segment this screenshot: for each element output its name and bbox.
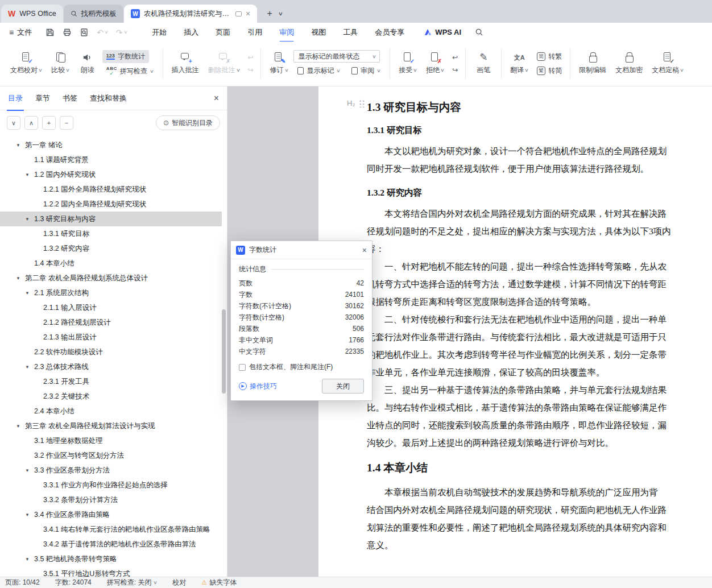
menu-tab[interactable]: 引用: [247, 27, 262, 38]
wps-ai-button[interactable]: WPS AI: [424, 28, 461, 36]
restrict-edit-button[interactable]: 限制编辑: [576, 49, 610, 78]
close-button[interactable]: 关闭: [322, 379, 364, 394]
accept-revision-button[interactable]: ✓ 接受∨: [395, 49, 420, 78]
toc-item[interactable]: ▼ 1.1 课题研究背景: [0, 152, 222, 167]
toc-item[interactable]: ▼ 3.4.2 基于遗传算法的耙地机作业区条带路由算法: [0, 537, 222, 552]
tab-chapters[interactable]: 章节: [35, 93, 50, 103]
menu-tab[interactable]: 审阅: [279, 27, 294, 38]
toc-item[interactable]: ▼ 3.3.2 条带划分计算方法: [0, 492, 222, 507]
dialog-titlebar[interactable]: W 字数统计 ×: [231, 241, 372, 259]
triangle-down-icon[interactable]: ▼: [25, 217, 34, 222]
triangle-down-icon[interactable]: ▼: [25, 557, 34, 562]
spell-check-button[interactable]: ABC✓ 拼写检查 ∨: [102, 65, 158, 78]
prev-comment-button[interactable]: ↩: [247, 53, 253, 61]
print-preview-icon[interactable]: [80, 28, 89, 37]
collapse-all-button[interactable]: −: [60, 116, 73, 130]
status-page-indicator[interactable]: 页面: 10/42: [5, 578, 40, 587]
status-missing-font[interactable]: ⚠ 缺失字体: [201, 578, 237, 587]
triangle-down-icon[interactable]: ▼: [25, 172, 34, 177]
toc-item[interactable]: ▼ 2.1.1 输入层设计: [0, 300, 222, 315]
toc-item[interactable]: ▼ 3.2 作业区与转弯区划分方法: [0, 448, 222, 463]
insert-comment-button[interactable]: + 插入批注: [168, 49, 202, 78]
expand-all-button[interactable]: +: [42, 116, 56, 130]
status-word-count[interactable]: 字数: 24074: [55, 578, 92, 587]
triangle-down-icon[interactable]: ▼: [16, 276, 25, 281]
compare-button[interactable]: 比较∨: [48, 49, 73, 78]
to-simplified-button[interactable]: 繁 转简: [534, 65, 565, 76]
file-menu[interactable]: ≡ 文件: [9, 27, 32, 38]
toc-item[interactable]: ▼ 1.4 本章小结: [0, 256, 222, 271]
toc-item[interactable]: ▼ 2.1.3 输出层设计: [0, 330, 222, 345]
tab-find-replace[interactable]: 查找和替换: [90, 93, 127, 103]
toc-item[interactable]: ▼ 第一章 绪论: [0, 138, 222, 152]
tab-preview-icon[interactable]: [235, 11, 242, 16]
toc-item[interactable]: ▼ 2.2 软件功能模块设计: [0, 345, 222, 359]
toc-item[interactable]: ▼ 1.3.2 研究内容: [0, 241, 222, 256]
triangle-down-icon[interactable]: ▼: [25, 291, 34, 296]
toc-item[interactable]: ▼ 2.1.2 路径规划层设计: [0, 315, 222, 330]
search-icon[interactable]: [475, 28, 483, 36]
review-button[interactable]: 审阅 ∨: [347, 64, 384, 77]
next-comment-button[interactable]: ↪: [247, 66, 253, 74]
prev-change-button[interactable]: ↩: [452, 53, 458, 61]
toc-item[interactable]: ▼ 2.4 本章小结: [0, 404, 222, 419]
undo-button[interactable]: ↶∨: [97, 28, 108, 37]
track-changes-button[interactable]: ✎ 修订∨: [266, 49, 291, 78]
redo-button[interactable]: ↷∨: [116, 28, 127, 37]
triangle-down-icon[interactable]: ▼: [25, 468, 34, 473]
toc-item[interactable]: ▼ 1.2 国内外研究现状: [0, 167, 222, 182]
toc-item[interactable]: ▼ 1.3.1 研究目标: [0, 226, 222, 241]
doc-proofread-button[interactable]: ✓ 文档校对∨: [7, 49, 45, 78]
toc-item[interactable]: ▼ 1.2.2 国内全局路径规划研究现状: [0, 197, 222, 212]
toc-item[interactable]: ▼ 2.3.2 关键技术: [0, 389, 222, 404]
menu-tab[interactable]: 工具: [343, 27, 358, 38]
toc-item[interactable]: ▼ 2.3.1 开发工具: [0, 374, 222, 389]
doc-finalize-button[interactable]: ✓ 文档定稿∨: [648, 49, 687, 78]
triangle-down-icon[interactable]: ▼: [25, 512, 34, 517]
doc-encrypt-button[interactable]: 文档加密: [612, 49, 646, 78]
tab-toc[interactable]: 目录: [8, 93, 23, 103]
smart-recognize-toc-button[interactable]: ⊙ 智能识别目录: [156, 115, 220, 130]
word-count-button[interactable]: 123 字数统计: [102, 50, 149, 63]
dialog-close-icon[interactable]: ×: [362, 246, 367, 255]
toc-item[interactable]: ▼ 第三章 农机全局路径规划算法设计与实现: [0, 419, 222, 433]
tab-docer-templates[interactable]: 找稻壳模板: [64, 5, 124, 23]
show-markup-button[interactable]: 显示标记 ∨: [293, 64, 344, 77]
checkbox-icon[interactable]: [239, 364, 246, 371]
status-proofread[interactable]: 校对: [172, 578, 186, 587]
drag-grip-icon[interactable]: [358, 99, 365, 107]
menu-tab[interactable]: 视图: [311, 27, 326, 38]
new-tab-button[interactable]: +: [263, 7, 276, 20]
status-spellcheck[interactable]: 拼写检查: 关闭 ∨: [107, 578, 158, 587]
triangle-down-icon[interactable]: ▼: [16, 143, 25, 148]
to-traditional-button[interactable]: 简 转繁: [534, 51, 565, 62]
next-change-button[interactable]: ↪: [452, 66, 458, 74]
save-icon[interactable]: [45, 28, 55, 37]
markup-state-select[interactable]: 显示标记的最终状态 ∨: [293, 50, 380, 63]
toc-item[interactable]: ▼ 3.5.1 平行地边U形转弯方式: [0, 566, 222, 577]
tips-link[interactable]: ▶ 操作技巧: [239, 382, 277, 391]
tab-close-icon[interactable]: ×: [246, 9, 250, 18]
toc-item[interactable]: ▼ 3.4 作业区条带路由策略: [0, 507, 222, 522]
toc-item[interactable]: ▼ 3.5 耙地机跨条带转弯策略: [0, 552, 222, 566]
delete-comment-button[interactable]: ✗ 删除批注∨: [205, 49, 243, 78]
translate-button[interactable]: 文A 翻译∨: [507, 49, 532, 78]
reject-revision-button[interactable]: ✗ 拒绝∨: [423, 49, 448, 78]
tab-document[interactable]: W 农机路径规划算法研究与系统 ×: [124, 5, 257, 23]
collapse-dropdown-button[interactable]: ∨: [7, 116, 20, 130]
toc-item[interactable]: ▼ 2.1 系统层次结构: [0, 285, 222, 300]
toc-item[interactable]: ▼ 2.3 总体技术路线: [0, 359, 222, 374]
toc-item[interactable]: ▼ 3.1 地理坐标数据处理: [0, 433, 222, 448]
print-icon[interactable]: [63, 28, 72, 37]
tab-bookmarks[interactable]: 书签: [63, 93, 77, 103]
menu-tab[interactable]: 会员专享: [375, 27, 404, 38]
toc-item[interactable]: ▼ 3.3.1 作业方向和作业路径起始点的选择: [0, 478, 222, 492]
toc-item[interactable]: ▼ 1.2.1 国外全局路径规划研究现状: [0, 182, 222, 197]
toc-item[interactable]: ▼ 3.4.1 纯右转单元套行法的耙地机作业区条带路由策略: [0, 522, 222, 537]
include-footnotes-checkbox[interactable]: 包括文本框、脚注和尾注(F): [239, 362, 364, 372]
close-panel-icon[interactable]: ×: [214, 93, 219, 103]
triangle-down-icon[interactable]: ▼: [25, 365, 34, 370]
toc-item[interactable]: ▼ 3.3 作业区条带划分方法: [0, 463, 222, 478]
brush-button[interactable]: ✎ 画笔: [471, 49, 496, 78]
scroll-up-button[interactable]: ∧: [24, 116, 38, 130]
